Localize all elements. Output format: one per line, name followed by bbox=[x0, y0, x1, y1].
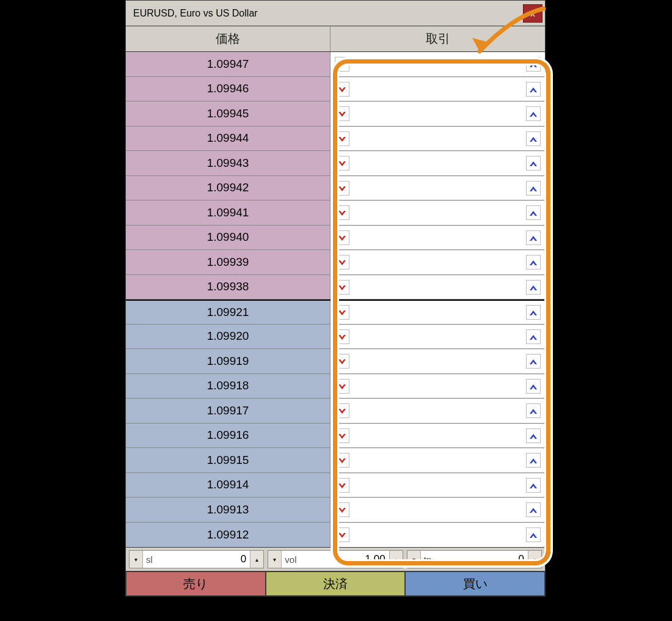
trade-cell bbox=[331, 399, 545, 423]
trade-cell bbox=[331, 200, 545, 225]
chevron-up-icon bbox=[530, 381, 537, 392]
price-ladder: 1.099471.099461.099451.099441.099431.099… bbox=[126, 52, 545, 547]
increase-button[interactable] bbox=[526, 453, 541, 468]
increase-button[interactable] bbox=[526, 403, 541, 418]
increase-button[interactable] bbox=[526, 280, 541, 295]
price-cell[interactable]: 1.09945 bbox=[126, 101, 331, 126]
increase-button[interactable] bbox=[526, 106, 541, 121]
decrease-button[interactable] bbox=[335, 57, 349, 72]
sl-decrement[interactable]: ▾ bbox=[130, 551, 143, 568]
price-cell[interactable]: 1.09915 bbox=[126, 448, 331, 472]
chevron-up-icon bbox=[530, 84, 537, 95]
price-cell[interactable]: 1.09914 bbox=[126, 473, 331, 498]
decrease-button[interactable] bbox=[335, 82, 349, 97]
sell-button[interactable]: 売り bbox=[126, 571, 266, 596]
price-row: 1.09913 bbox=[126, 498, 545, 523]
price-cell[interactable]: 1.09943 bbox=[126, 151, 331, 175]
increase-button[interactable] bbox=[526, 354, 541, 369]
titlebar: EURUSD, Euro vs US Dollar x bbox=[126, 1, 545, 26]
increase-button[interactable] bbox=[526, 82, 541, 97]
tp-increment[interactable]: ▴ bbox=[528, 551, 541, 568]
price-cell[interactable]: 1.09920 bbox=[126, 325, 331, 349]
chevron-up-icon bbox=[530, 257, 537, 268]
price-cell[interactable]: 1.09919 bbox=[126, 349, 331, 373]
chevron-down-icon bbox=[338, 480, 346, 491]
decrease-button[interactable] bbox=[335, 527, 349, 542]
increase-button[interactable] bbox=[526, 305, 541, 320]
chevron-up-icon bbox=[530, 430, 537, 441]
trade-cell bbox=[331, 498, 545, 522]
price-row: 1.09915 bbox=[126, 448, 545, 473]
increase-button[interactable] bbox=[526, 181, 541, 196]
price-row: 1.09918 bbox=[126, 374, 545, 399]
price-cell[interactable]: 1.09912 bbox=[126, 523, 331, 548]
chevron-down-icon bbox=[338, 158, 346, 169]
chevron-up-icon bbox=[530, 307, 537, 318]
tp-stepper[interactable]: ▾ tp 0 ▴ bbox=[407, 550, 542, 568]
vol-stepper[interactable]: ▾ vol 1.00 ▴ bbox=[268, 550, 403, 568]
price-cell[interactable]: 1.09918 bbox=[126, 374, 331, 399]
decrease-button[interactable] bbox=[335, 131, 349, 146]
increase-button[interactable] bbox=[526, 255, 541, 270]
sl-increment[interactable]: ▴ bbox=[250, 551, 263, 568]
price-cell[interactable]: 1.09940 bbox=[126, 226, 331, 250]
price-cell[interactable]: 1.09921 bbox=[126, 301, 331, 324]
decrease-button[interactable] bbox=[335, 403, 349, 418]
price-cell[interactable]: 1.09938 bbox=[126, 275, 331, 299]
header-trade: 取引 bbox=[331, 26, 545, 51]
decrease-button[interactable] bbox=[335, 181, 349, 196]
decrease-button[interactable] bbox=[335, 428, 349, 443]
price-cell[interactable]: 1.09944 bbox=[126, 127, 331, 151]
decrease-button[interactable] bbox=[335, 156, 349, 171]
trade-cell bbox=[331, 349, 545, 373]
decrease-button[interactable] bbox=[335, 478, 349, 493]
increase-button[interactable] bbox=[526, 527, 541, 542]
settle-button[interactable]: 決済 bbox=[266, 571, 406, 596]
price-cell[interactable]: 1.09913 bbox=[126, 498, 331, 522]
chevron-down-icon bbox=[338, 529, 346, 540]
price-cell[interactable]: 1.09916 bbox=[126, 424, 331, 448]
increase-button[interactable] bbox=[526, 230, 541, 245]
chevron-down-icon bbox=[338, 504, 346, 515]
price-row: 1.09912 bbox=[126, 523, 545, 548]
price-row: 1.09917 bbox=[126, 399, 545, 424]
tp-decrement[interactable]: ▾ bbox=[407, 551, 421, 568]
price-cell[interactable]: 1.09917 bbox=[126, 399, 331, 423]
decrease-button[interactable] bbox=[335, 280, 349, 295]
increase-button[interactable] bbox=[526, 478, 541, 493]
trade-cell bbox=[331, 448, 545, 472]
decrease-button[interactable] bbox=[335, 453, 349, 468]
increase-button[interactable] bbox=[526, 379, 541, 394]
increase-button[interactable] bbox=[526, 205, 541, 220]
price-cell[interactable]: 1.09947 bbox=[126, 52, 331, 76]
price-row: 1.09920 bbox=[126, 325, 545, 350]
decrease-button[interactable] bbox=[335, 305, 349, 320]
increase-button[interactable] bbox=[526, 428, 541, 443]
increase-button[interactable] bbox=[526, 131, 541, 146]
dom-window: EURUSD, Euro vs US Dollar x 価格 取引 1.0994… bbox=[125, 0, 546, 597]
chevron-up-icon bbox=[530, 455, 537, 466]
increase-button[interactable] bbox=[526, 57, 541, 72]
decrease-button[interactable] bbox=[335, 106, 349, 121]
increase-button[interactable] bbox=[526, 502, 541, 517]
decrease-button[interactable] bbox=[335, 205, 349, 220]
decrease-button[interactable] bbox=[335, 379, 349, 394]
buy-button[interactable]: 買い bbox=[405, 571, 545, 596]
vol-increment[interactable]: ▴ bbox=[389, 551, 403, 568]
increase-button[interactable] bbox=[526, 329, 541, 344]
decrease-button[interactable] bbox=[335, 230, 349, 245]
decrease-button[interactable] bbox=[335, 354, 349, 369]
price-row: 1.09944 bbox=[126, 127, 545, 152]
sl-stepper[interactable]: ▾ sl 0 ▴ bbox=[129, 550, 264, 568]
price-cell[interactable]: 1.09946 bbox=[126, 77, 331, 101]
vol-decrement[interactable]: ▾ bbox=[268, 551, 282, 568]
price-cell[interactable]: 1.09941 bbox=[126, 200, 331, 225]
decrease-button[interactable] bbox=[335, 329, 349, 344]
price-cell[interactable]: 1.09939 bbox=[126, 250, 331, 274]
chevron-up-icon bbox=[530, 183, 537, 194]
price-cell[interactable]: 1.09942 bbox=[126, 176, 331, 200]
close-button[interactable]: x bbox=[523, 4, 542, 23]
increase-button[interactable] bbox=[526, 156, 541, 171]
decrease-button[interactable] bbox=[335, 502, 349, 517]
decrease-button[interactable] bbox=[335, 255, 349, 270]
